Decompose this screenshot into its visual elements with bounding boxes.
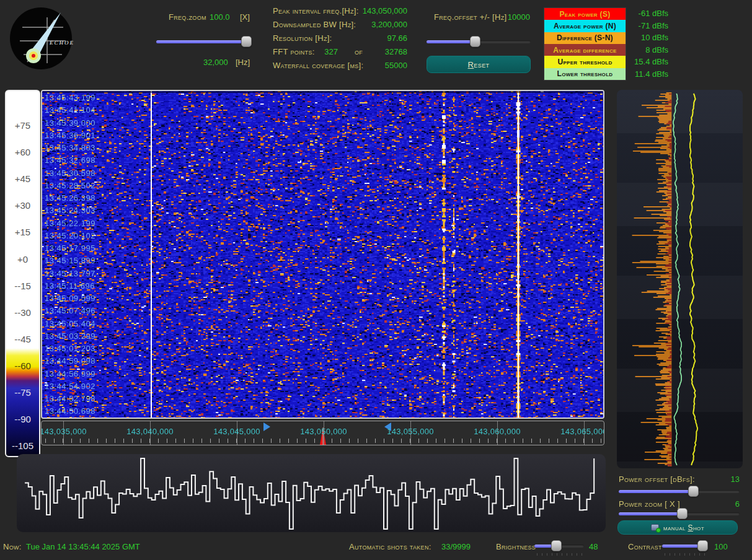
now-label: Now: xyxy=(3,542,22,551)
contrast-slider-ticks xyxy=(665,553,706,556)
scale-tick: --15 xyxy=(6,281,39,291)
spectrum-plot xyxy=(17,454,606,532)
now-value: Tue Jan 14 13:45:44 2025 GMT xyxy=(26,542,140,551)
manual-shot-button[interactable]: manual Shot xyxy=(617,520,738,535)
waterfall-timestamp: 13:45:03.299 xyxy=(45,331,95,344)
waterfall-timestamp: 13:45:17.995 xyxy=(45,243,95,256)
waterfall-timestamp: 13:45:24.303 xyxy=(45,206,95,218)
axis-frequency-label: 143,035,000 xyxy=(41,427,100,436)
scale-tick: --30 xyxy=(6,307,39,318)
axis-frequency-label: 143,055,000 xyxy=(373,427,448,436)
contrast-slider[interactable] xyxy=(662,540,707,551)
waterfall-timestamp: 13:45:28.502 xyxy=(45,181,95,193)
waterfall-timestamp: 13:45:15.899 xyxy=(45,256,95,268)
reset-button[interactable]: Reset xyxy=(427,56,531,73)
freq-zoom-slider[interactable] xyxy=(156,36,250,47)
power-zoom-value: 6 xyxy=(694,499,740,509)
brightness-slider-ticks xyxy=(537,553,583,556)
scale-tick: +30 xyxy=(6,200,39,211)
waterfall-timestamp: 13:45:11.696 xyxy=(45,281,95,294)
waterfall-timestamp: 13:45:13.797 xyxy=(45,269,95,281)
waterfall-timestamp: 13:45:22.199 xyxy=(45,219,95,231)
power-offset-value: 13 xyxy=(694,475,740,484)
upper-threshold-value: 15.4 dBfs xyxy=(614,56,668,68)
stat-fft-value: 327 xyxy=(291,47,338,56)
stat-peak-freq-value: 143,050,000 xyxy=(291,6,407,15)
zoomed-bw-unit: [Hz] xyxy=(236,58,250,67)
echoes-app-window: { "app": { "name": "Echoes" }, "colors":… xyxy=(0,0,752,560)
stat-resolution-value: 97.66 xyxy=(291,33,407,43)
average-power-value: -71 dBfs xyxy=(614,20,668,32)
power-zoom-slider[interactable] xyxy=(619,508,740,519)
scale-tick: --60 xyxy=(6,361,39,371)
scale-tick: +75 xyxy=(6,120,39,131)
axis-frequency-label: 143,045,000 xyxy=(200,427,274,436)
power-offset-label: Power offset [dBfs]: xyxy=(619,475,695,484)
scale-tick: --105 xyxy=(6,440,39,451)
auto-shots-label: Automatic shots taken: xyxy=(349,542,431,551)
auto-shots-value: 33/9999 xyxy=(441,542,471,551)
waterfall-timestamp: 13:45:30.598 xyxy=(45,168,95,181)
scale-tick: --45 xyxy=(6,334,39,344)
average-difference-value: 8 dBfs xyxy=(614,44,668,56)
scale-tick: +60 xyxy=(6,147,39,157)
scale-tick: --90 xyxy=(6,414,39,424)
power-offset-slider[interactable] xyxy=(619,486,740,497)
brightness-slider[interactable] xyxy=(534,540,584,551)
waterfall-timestamp: 13:45:26.398 xyxy=(45,193,95,206)
stat-fft-total: 32768 xyxy=(350,47,407,56)
freq-zoom-label: Freq.zoom xyxy=(169,12,206,22)
power-color-scale: +75+60+45+30+15+0--15--30--45--60--75--9… xyxy=(5,90,40,457)
freq-offset-slider[interactable] xyxy=(427,36,531,47)
waterfall-timestamp: 13:45:20.102 xyxy=(45,231,95,243)
power-offset-slider-handle[interactable] xyxy=(688,486,699,497)
axis-frequency-label: 143,065,000 xyxy=(547,427,604,436)
power-spectrum-background xyxy=(617,90,743,468)
waterfall-timestamp: 13:45:05.404 xyxy=(45,319,95,331)
frequency-axis[interactable]: 143,035,000143,040,000143,045,000143,050… xyxy=(41,421,604,445)
spectrum-trace xyxy=(17,454,606,532)
axis-frequency-label: 143,060,000 xyxy=(460,427,534,436)
freq-offset-value: 10000 xyxy=(484,12,530,22)
scale-tick: +0 xyxy=(6,254,39,265)
waterfall-timestamp: 13:44:59.098 xyxy=(45,356,95,369)
camera-icon xyxy=(651,524,659,531)
scale-tick: +15 xyxy=(6,227,39,237)
contrast-value: 100 xyxy=(714,542,728,551)
lower-threshold-value: 11.4 dBfs xyxy=(614,68,668,81)
freq-zoom-slider-handle[interactable] xyxy=(241,36,252,47)
waterfall-timestamp: 13:44:56.999 xyxy=(45,369,95,382)
waterfall-timestamp: 13:45:32.698 xyxy=(45,155,95,168)
waterfall-display[interactable]: 13:45:43.19913:45:41.10413:45:39.00013:4… xyxy=(41,90,604,419)
power-zoom-label: Power zoom [ X ] xyxy=(619,499,680,509)
zoomed-bw-value: 32,000 xyxy=(203,58,228,67)
contrast-slider-handle[interactable] xyxy=(697,540,708,551)
waterfall-timestamp: 13:45:34.803 xyxy=(45,143,95,155)
waterfall-timestamp: 13:44:50.698 xyxy=(45,406,95,419)
scale-tick: --75 xyxy=(6,387,39,398)
power-offset-slider-track[interactable] xyxy=(619,490,740,493)
freq-zoom-unit: [X] xyxy=(240,12,250,22)
freq-zoom-slider-track[interactable] xyxy=(156,40,250,43)
axis-frequency-label: 143,050,000 xyxy=(286,427,361,436)
svg-text:ECHOES: ECHOES xyxy=(49,40,73,46)
difference-value: 10 dBfs xyxy=(614,32,668,44)
echoes-logo: ECHOES xyxy=(9,6,73,71)
freq-zoom-value: 100.0 xyxy=(210,12,230,22)
axis-frequency-label: 143,040,000 xyxy=(113,427,187,436)
power-spectrum-display xyxy=(617,90,743,468)
waterfall-timestamp: 13:45:09.599 xyxy=(45,294,95,306)
waterfall-timestamp: 13:44:52.798 xyxy=(45,394,95,406)
power-zoom-slider-handle[interactable] xyxy=(677,508,688,519)
waterfall-timestamp: 13:45:07.496 xyxy=(45,306,95,318)
waterfall-timestamp: 13:45:36.901 xyxy=(45,131,95,143)
freq-offset-slider-handle[interactable] xyxy=(470,36,480,47)
brightness-value: 48 xyxy=(589,542,598,551)
waterfall-timestamp: 13:45:01.203 xyxy=(45,344,95,356)
contrast-label: Contrast xyxy=(628,542,662,551)
brightness-label: Brightness xyxy=(496,542,536,551)
brightness-slider-handle[interactable] xyxy=(551,540,562,551)
waterfall-timestamp: 13:45:41.104 xyxy=(45,105,95,118)
stat-waterfall-coverage-value: 55000 xyxy=(291,61,407,70)
waterfall-canvas[interactable] xyxy=(42,91,603,418)
